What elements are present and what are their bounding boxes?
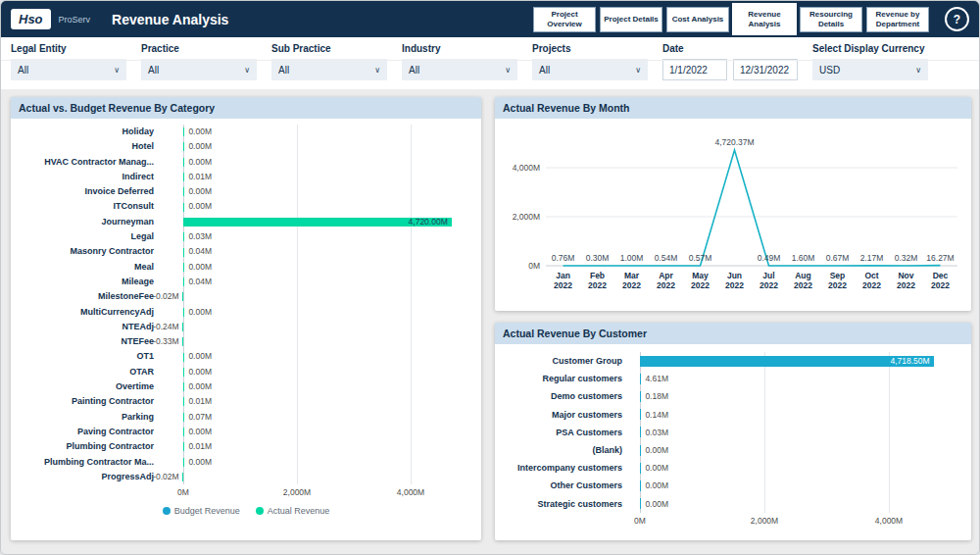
category-label: Strategic customers: [503, 495, 632, 513]
chevron-down-icon: ∨: [505, 66, 511, 75]
category-label: ITConsult: [17, 199, 164, 214]
category-label: (Blank): [503, 441, 632, 459]
chart-row: Hotel0.00M: [17, 139, 475, 154]
legend-item-actual-revenue[interactable]: Actual Revenue: [256, 506, 330, 516]
value-label: 0.32M: [895, 253, 918, 263]
nav-button-cost-analysis[interactable]: Cost Analysis: [666, 7, 729, 32]
legend-dot: [256, 507, 264, 515]
bar-indirect[interactable]: [183, 173, 184, 181]
dropdown-industry[interactable]: All∨: [402, 59, 517, 80]
x-axis-label: 2022: [622, 280, 641, 290]
dropdown-projects[interactable]: All∨: [532, 59, 648, 80]
customer-chart-body: Customer Group4,718.50MRegular customers…: [495, 344, 971, 540]
chart-row: Overtime0.00M: [17, 379, 475, 394]
bar-itconsult[interactable]: [183, 203, 184, 212]
bar-major-customers[interactable]: [640, 409, 641, 420]
nav-button-resourcing-details[interactable]: Resourcing Details: [800, 7, 862, 32]
nav-button-revenue-analysis[interactable]: Revenue Analysis: [733, 4, 796, 34]
category-label: Other Customers: [503, 477, 632, 494]
filter-label: Date: [662, 43, 798, 54]
filter-label: Industry: [402, 43, 517, 54]
dropdown-display-currency[interactable]: USD∨: [812, 59, 928, 80]
category-label: Indirect: [17, 170, 164, 184]
bar-blank[interactable]: [640, 445, 641, 456]
bar-mileage[interactable]: [183, 278, 184, 286]
chart-row: Masonry Contractor0.04M: [17, 244, 475, 259]
x-axis-label: 2022: [931, 280, 950, 290]
x-axis-label: 4,000M: [397, 487, 424, 497]
bar-progressadj[interactable]: [182, 473, 183, 481]
category-chart-title: Actual vs. Budget Revenue By Category: [11, 97, 481, 119]
date-start-input[interactable]: 1/1/2022: [662, 59, 727, 80]
bar-masonry-contractor[interactable]: [183, 248, 184, 257]
value-label: 0.01M: [188, 170, 212, 184]
value-label: 0.00M: [645, 459, 668, 477]
dropdown-value: USD: [819, 65, 840, 76]
bar-plumbing-contractor[interactable]: [183, 442, 184, 451]
chevron-down-icon: ∨: [915, 66, 921, 75]
nav-button-project-details[interactable]: Project Details: [600, 7, 662, 32]
bar-milestonefee[interactable]: [182, 292, 183, 301]
bar-strategic-customers[interactable]: [640, 498, 641, 509]
legend-item-budget-revenue[interactable]: Budget Revenue: [163, 506, 240, 516]
value-label: 0.30M: [586, 253, 610, 263]
filter-practice: PracticeAll∨: [141, 43, 257, 80]
category-chart-body: Holiday0.00MHotel0.00MHVAC Contractor Ma…: [11, 119, 481, 540]
chart-row: ProgressAdj-0.02M: [17, 470, 475, 484]
category-label: Intercompany customers: [503, 459, 632, 477]
x-axis-label: 2022: [828, 280, 847, 290]
bar-hvac-contractor-manag[interactable]: [183, 158, 184, 167]
bar-nteadj[interactable]: [182, 323, 183, 331]
value-label: 0.00M: [188, 260, 212, 275]
bar-regular-customers[interactable]: [640, 374, 641, 384]
bar-parking[interactable]: [183, 413, 184, 422]
x-axis-label: Feb: [590, 271, 605, 280]
bar-ntefee[interactable]: [182, 337, 183, 346]
bar-demo-customers[interactable]: [640, 391, 641, 402]
dropdown-practice[interactable]: All∨: [141, 59, 257, 80]
bar-intercompany-customers[interactable]: [640, 463, 641, 474]
bar-otar[interactable]: [183, 368, 184, 377]
app-header: Hso ProServ Revenue Analysis Project Ove…: [1, 1, 979, 37]
dropdown-legal-entity[interactable]: All∨: [11, 59, 126, 80]
nav-button-project-overview[interactable]: Project Overview: [533, 7, 596, 32]
x-axis-label: 2022: [794, 280, 812, 290]
filter-label: Sub Practice: [271, 43, 387, 54]
bar-paving-contractor[interactable]: [183, 428, 184, 436]
bar-hotel[interactable]: [183, 142, 184, 151]
help-button[interactable]: ?: [945, 7, 969, 31]
bar-holiday[interactable]: [183, 127, 184, 136]
bar-invoice-deferred[interactable]: [183, 187, 184, 196]
nav-buttons: Project OverviewProject DetailsCost Anal…: [533, 4, 929, 34]
customer-chart-card: Actual Revenue By Customer Customer Grou…: [495, 323, 971, 540]
bar-overtime[interactable]: [183, 382, 184, 391]
bar-plumbing-contractor-ma[interactable]: [183, 458, 184, 467]
category-label: Meal: [17, 260, 164, 275]
dropdown-sub-practice[interactable]: All∨: [271, 59, 387, 80]
nav-button-revenue-by-department[interactable]: Revenue by Department: [866, 7, 929, 32]
bar-multicurrencyadj[interactable]: [183, 308, 184, 317]
bar-psa-customers[interactable]: [640, 427, 641, 437]
chart-row: Indirect0.01M: [17, 170, 475, 184]
x-axis-label: 2022: [691, 280, 710, 290]
category-label: OTAR: [17, 365, 164, 379]
date-end-input[interactable]: 12/31/2022: [733, 59, 798, 80]
filter-bar: Legal EntityAll∨PracticeAll∨Sub Practice…: [1, 37, 979, 89]
category-label: Major customers: [503, 406, 632, 424]
value-label: 0.00M: [188, 349, 212, 364]
category-label: Mileage: [17, 275, 164, 289]
value-label: 0.00M: [645, 477, 668, 494]
chart-row: Demo customers0.18M: [503, 387, 965, 405]
bar-ot1[interactable]: [183, 353, 184, 362]
month-chart-card: Actual Revenue By Month 0M2,000M4,000M0.…: [495, 97, 971, 311]
category-label: Invoice Deferred: [17, 184, 164, 199]
chart-row: Meal0.00M: [17, 260, 475, 275]
category-label: Overtime: [17, 379, 164, 394]
chart-row: ITConsult0.00M: [17, 199, 475, 214]
bar-meal[interactable]: [183, 263, 184, 272]
bar-other-customers[interactable]: [640, 480, 641, 491]
value-label: 0.49M: [758, 253, 781, 263]
bar-legal[interactable]: [183, 232, 184, 241]
bar-painting-contractor[interactable]: [183, 397, 184, 406]
category-label: ProgressAdj: [17, 470, 164, 484]
